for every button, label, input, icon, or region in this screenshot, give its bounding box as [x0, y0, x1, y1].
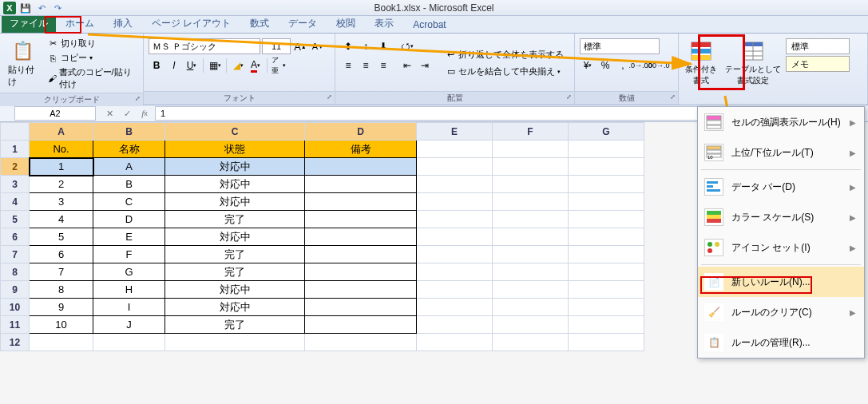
dialog-launcher-icon[interactable]: ⤢	[566, 93, 572, 101]
cell[interactable]: 対応中	[165, 158, 305, 176]
cell[interactable]	[569, 281, 644, 299]
cell[interactable]: 完了	[165, 263, 305, 281]
enter-formula-icon[interactable]: ✓	[118, 106, 136, 121]
select-all-corner[interactable]	[1, 123, 30, 141]
cell[interactable]	[417, 193, 493, 211]
cell-style-normal[interactable]: 標準	[786, 38, 850, 54]
menu-clear-rules[interactable]: 🧹ルールのクリア(C)▶	[698, 297, 864, 327]
cell[interactable]	[305, 158, 417, 176]
cell[interactable]	[93, 334, 165, 351]
cell[interactable]: 対応中	[165, 193, 305, 211]
cell[interactable]	[417, 263, 493, 281]
row-header[interactable]: 5	[1, 211, 30, 228]
insert-tab[interactable]: 挿入	[104, 14, 142, 33]
cell[interactable]: H	[93, 281, 165, 299]
cell[interactable]	[569, 176, 644, 193]
cell[interactable]: 完了	[165, 316, 305, 334]
cell[interactable]	[417, 316, 493, 334]
cell[interactable]	[417, 334, 493, 351]
row-header[interactable]: 6	[1, 228, 30, 246]
cell[interactable]	[569, 141, 644, 158]
cell[interactable]	[493, 281, 569, 299]
redo-icon[interactable]: ↷	[51, 2, 64, 14]
menu-highlight-rules[interactable]: セルの強調表示ルール(H)▶	[698, 107, 864, 137]
row-header[interactable]: 8	[1, 263, 30, 281]
row-header[interactable]: 12	[1, 334, 30, 351]
cell[interactable]	[305, 263, 417, 281]
cell[interactable]	[417, 211, 493, 228]
cell[interactable]: 2	[30, 176, 93, 193]
cell[interactable]	[493, 263, 569, 281]
cell[interactable]: B	[93, 176, 165, 193]
menu-manage-rules[interactable]: 📋ルールの管理(R)...	[698, 327, 864, 358]
cell[interactable]	[493, 228, 569, 246]
spreadsheet-grid[interactable]: A B C D E F G 1 No. 名称 状態 備考 2 1 A 対応中 3…	[0, 122, 644, 351]
dialog-launcher-icon[interactable]: ⤢	[327, 93, 332, 101]
row-header[interactable]: 2	[1, 158, 30, 176]
cell[interactable]	[493, 334, 569, 351]
row-header[interactable]: 1	[1, 141, 30, 158]
paste-button[interactable]: 📋 貼り付け	[3, 35, 43, 93]
dialog-launcher-icon[interactable]: ⤢	[670, 93, 676, 101]
cell[interactable]	[493, 316, 569, 334]
row-header[interactable]: 9	[1, 281, 30, 299]
cell[interactable]: 6	[30, 246, 93, 263]
data-tab[interactable]: データ	[279, 14, 327, 33]
col-header-B[interactable]: B	[93, 123, 165, 141]
cell[interactable]: J	[93, 316, 165, 334]
col-header-F[interactable]: F	[493, 123, 569, 141]
formulas-tab[interactable]: 数式	[240, 14, 279, 33]
cancel-formula-icon[interactable]: ✕	[101, 106, 118, 121]
row-header[interactable]: 7	[1, 246, 30, 263]
cell[interactable]: 対応中	[165, 281, 305, 299]
cell[interactable]	[305, 334, 417, 351]
cell[interactable]: E	[93, 228, 165, 246]
name-box[interactable]	[14, 106, 96, 121]
cell[interactable]	[493, 299, 569, 316]
cell[interactable]	[305, 316, 417, 334]
col-header-G[interactable]: G	[569, 123, 644, 141]
save-icon[interactable]: 💾	[19, 2, 32, 14]
review-tab[interactable]: 校閲	[327, 14, 365, 33]
cell[interactable]: 対応中	[165, 299, 305, 316]
cell[interactable]	[30, 334, 93, 351]
cell[interactable]	[569, 158, 644, 176]
row-header[interactable]: 10	[1, 299, 30, 316]
cell[interactable]: 3	[30, 193, 93, 211]
cell[interactable]	[305, 228, 417, 246]
cell[interactable]	[305, 246, 417, 263]
cell[interactable]	[493, 141, 569, 158]
col-header-A[interactable]: A	[30, 123, 93, 141]
cell[interactable]: 1	[30, 158, 93, 176]
cell[interactable]: 完了	[165, 211, 305, 228]
cell[interactable]	[417, 246, 493, 263]
cell[interactable]: I	[93, 299, 165, 316]
fx-button[interactable]: fx	[136, 106, 153, 121]
col-header-D[interactable]: D	[305, 123, 417, 141]
cell[interactable]	[493, 176, 569, 193]
view-tab[interactable]: 表示	[365, 14, 403, 33]
cell[interactable]: 備考	[305, 141, 417, 158]
cell[interactable]	[305, 211, 417, 228]
cell-style-memo[interactable]: メモ	[786, 56, 850, 72]
cell[interactable]: G	[93, 263, 165, 281]
undo-icon[interactable]: ↶	[35, 2, 48, 14]
cell[interactable]	[493, 211, 569, 228]
cell[interactable]	[417, 141, 493, 158]
cell[interactable]	[493, 246, 569, 263]
acrobat-tab[interactable]: Acrobat	[403, 17, 455, 33]
cell[interactable]: 8	[30, 281, 93, 299]
cell[interactable]: 対応中	[165, 228, 305, 246]
cell[interactable]: 10	[30, 316, 93, 334]
menu-color-scales[interactable]: カラー スケール(S)▶	[698, 202, 864, 232]
cell[interactable]	[165, 334, 305, 351]
cell[interactable]: 4	[30, 211, 93, 228]
cell[interactable]: 5	[30, 228, 93, 246]
cell[interactable]	[569, 316, 644, 334]
cell[interactable]: 状態	[165, 141, 305, 158]
cell[interactable]	[569, 334, 644, 351]
col-header-C[interactable]: C	[165, 123, 305, 141]
cell[interactable]	[569, 211, 644, 228]
cell[interactable]: 完了	[165, 246, 305, 263]
dialog-launcher-icon[interactable]: ⤢	[135, 95, 141, 102]
